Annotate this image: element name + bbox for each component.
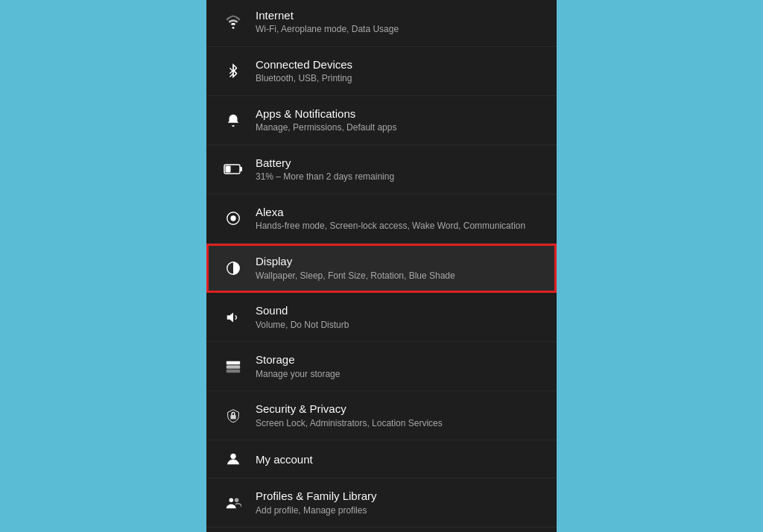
svg-point-8: [230, 216, 235, 221]
wifi-icon: [221, 13, 245, 30]
svg-rect-14: [230, 415, 235, 419]
menu-title-alexa: Alexa: [256, 205, 542, 220]
menu-title-sound: Sound: [256, 303, 542, 318]
svg-rect-13: [227, 369, 240, 373]
security-icon: [221, 408, 245, 424]
menu-item-parental[interactable]: Parental Controls: [206, 528, 557, 532]
menu-subtitle-display: Wallpaper, Sleep, Font Size, Rotation, B…: [256, 270, 542, 282]
account-icon: [221, 451, 245, 467]
svg-point-17: [235, 498, 239, 503]
menu-title-connected-devices: Connected Devices: [256, 57, 542, 72]
bell-icon: [221, 112, 245, 128]
menu-list: Internet Wi-Fi, Aeroplane mode, Data Usa…: [206, 0, 557, 532]
svg-rect-6: [240, 167, 242, 171]
svg-rect-12: [227, 365, 240, 369]
menu-item-security[interactable]: Security & Privacy Screen Lock, Administ…: [206, 391, 557, 440]
svg-point-2: [232, 27, 235, 29]
menu-item-display[interactable]: Display Wallpaper, Sleep, Font Size, Rot…: [206, 244, 557, 293]
menu-title-display: Display: [256, 254, 542, 269]
profiles-icon: [221, 495, 245, 511]
menu-item-battery[interactable]: Battery 31% – More than 2 days remaining: [206, 145, 557, 194]
menu-item-alexa[interactable]: Alexa Hands-free mode, Screen-lock acces…: [206, 194, 557, 244]
svg-point-15: [230, 454, 235, 459]
svg-rect-11: [227, 361, 240, 364]
menu-item-apps-notifications[interactable]: Apps & Notifications Manage, Permissions…: [206, 96, 557, 145]
menu-subtitle-battery: 31% – More than 2 days remaining: [256, 171, 542, 183]
menu-title-profiles: Profiles & Family Library: [256, 489, 542, 504]
menu-text-connected-devices: Connected Devices Bluetooth, USB, Printi…: [256, 57, 542, 85]
menu-subtitle-alexa: Hands-free mode, Screen-lock access, Wak…: [256, 221, 542, 232]
settings-panel: Internet Wi-Fi, Aeroplane mode, Data Usa…: [206, 0, 557, 532]
menu-item-sound[interactable]: Sound Volume, Do Not Disturb: [206, 293, 557, 342]
menu-title-my-account: My account: [256, 452, 542, 467]
storage-icon: [221, 358, 245, 375]
menu-subtitle-apps-notifications: Manage, Permissions, Default apps: [256, 122, 542, 134]
menu-title-internet: Internet: [256, 8, 542, 23]
menu-title-battery: Battery: [256, 156, 542, 171]
menu-text-apps-notifications: Apps & Notifications Manage, Permissions…: [256, 107, 542, 134]
menu-subtitle-security: Screen Lock, Administrators, Location Se…: [256, 418, 542, 430]
menu-text-sound: Sound Volume, Do Not Disturb: [256, 303, 542, 331]
battery-icon: [221, 162, 245, 176]
menu-subtitle-connected-devices: Bluetooth, USB, Printing: [256, 73, 542, 85]
menu-text-profiles: Profiles & Family Library Add profile, M…: [256, 489, 542, 516]
menu-title-security: Security & Privacy: [256, 402, 542, 417]
menu-item-profiles[interactable]: Profiles & Family Library Add profile, M…: [206, 478, 557, 528]
sound-icon: [221, 309, 245, 326]
menu-text-storage: Storage Manage your storage: [256, 352, 542, 380]
alexa-icon: [221, 210, 245, 227]
menu-title-apps-notifications: Apps & Notifications: [256, 107, 542, 121]
menu-subtitle-sound: Volume, Do Not Disturb: [256, 320, 542, 332]
menu-text-my-account: My account: [256, 452, 542, 467]
bluetooth-icon: [221, 63, 245, 79]
svg-rect-5: [226, 166, 231, 173]
menu-text-display: Display Wallpaper, Sleep, Font Size, Rot…: [256, 254, 542, 282]
menu-text-battery: Battery 31% – More than 2 days remaining: [256, 156, 542, 183]
menu-item-connected-devices[interactable]: Connected Devices Bluetooth, USB, Printi…: [206, 47, 557, 96]
menu-subtitle-storage: Manage your storage: [256, 369, 542, 381]
menu-title-storage: Storage: [256, 352, 542, 367]
menu-item-storage[interactable]: Storage Manage your storage: [206, 342, 557, 391]
menu-item-my-account[interactable]: My account: [206, 440, 557, 478]
display-icon: [221, 260, 245, 276]
menu-text-security: Security & Privacy Screen Lock, Administ…: [256, 402, 542, 429]
svg-marker-10: [227, 312, 233, 322]
menu-subtitle-internet: Wi-Fi, Aeroplane mode, Data Usage: [256, 24, 542, 36]
menu-item-internet[interactable]: Internet Wi-Fi, Aeroplane mode, Data Usa…: [206, 0, 557, 47]
menu-subtitle-profiles: Add profile, Manage profiles: [256, 505, 542, 517]
svg-point-16: [229, 498, 234, 503]
menu-text-internet: Internet Wi-Fi, Aeroplane mode, Data Usa…: [256, 8, 542, 36]
menu-text-alexa: Alexa Hands-free mode, Screen-lock acces…: [256, 205, 542, 232]
